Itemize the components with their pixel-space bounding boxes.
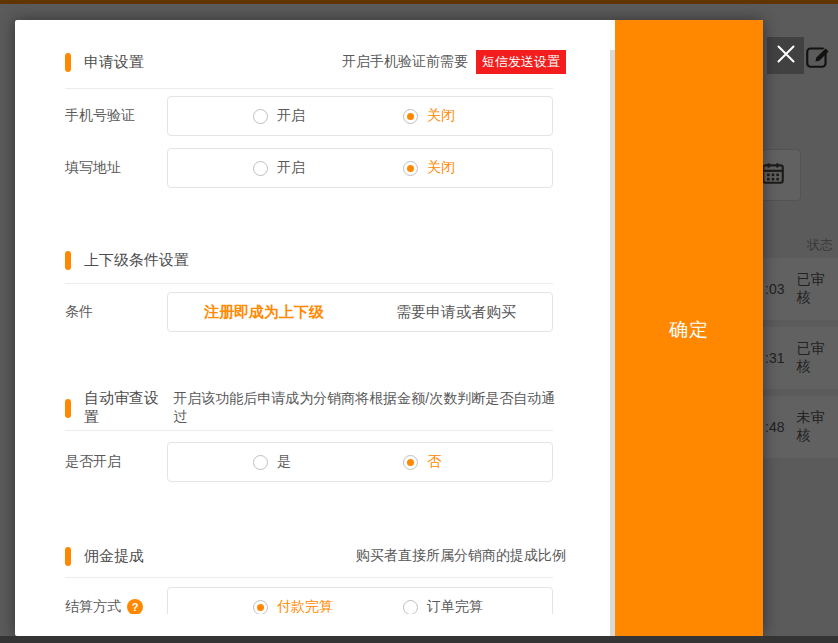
radio-circle xyxy=(253,455,268,470)
radio-circle xyxy=(253,161,268,176)
row-fill-address: 填写地址 开启 关闭 xyxy=(65,148,553,188)
section-title: 上下级条件设置 xyxy=(84,251,189,270)
modal-body: 申请设置 开启手机验证前需要 短信发送设置 手机号验证 开启 关闭 xyxy=(15,20,610,614)
section-header-hierarchy-condition: 上下级条件设置 xyxy=(65,250,566,270)
row-auto-review-enabled: 是否开启 是 否 xyxy=(65,442,553,482)
row-phone-verification: 手机号验证 开启 关闭 xyxy=(65,96,553,136)
radio-label: 开启 xyxy=(277,159,305,177)
close-icon xyxy=(775,43,797,69)
section-marker xyxy=(65,251,71,270)
radio-label: 否 xyxy=(427,453,441,471)
section-note: 购买者直接所属分销商的提成比例 xyxy=(356,547,566,565)
divider xyxy=(65,88,553,89)
radio-label: 关闭 xyxy=(427,107,455,125)
option-apply-or-purchase[interactable]: 需要申请或者购买 xyxy=(360,293,552,331)
radio-circle xyxy=(403,109,418,124)
sms-settings-badge[interactable]: 短信发送设置 xyxy=(476,50,566,74)
row-label: 填写地址 xyxy=(65,159,167,177)
radio-circle xyxy=(403,455,418,470)
divider xyxy=(65,430,553,431)
radio-option-no[interactable]: 否 xyxy=(403,443,441,481)
row-label: 条件 xyxy=(65,303,167,321)
radio-label: 关闭 xyxy=(427,159,455,177)
radio-label: 开启 xyxy=(277,107,305,125)
settings-modal: 申请设置 开启手机验证前需要 短信发送设置 手机号验证 开启 关闭 xyxy=(15,20,763,636)
row-label: 手机号验证 xyxy=(65,107,167,125)
option-group: 开启 关闭 xyxy=(167,96,553,136)
section-header-apply-settings: 申请设置 开启手机验证前需要 短信发送设置 xyxy=(65,52,566,72)
option-group: 注册即成为上下级 需要申请或者购买 xyxy=(167,292,553,332)
confirm-button[interactable]: 确定 xyxy=(615,317,763,343)
radio-option-settle-on-payment[interactable]: 付款完算 xyxy=(253,588,333,614)
radio-option-settle-on-order[interactable]: 订单完算 xyxy=(403,588,483,614)
section-marker xyxy=(65,53,71,72)
radio-option-on[interactable]: 开启 xyxy=(253,97,305,135)
close-button[interactable] xyxy=(767,37,804,74)
radio-circle xyxy=(403,600,418,615)
section-title: 申请设置 xyxy=(84,53,144,72)
option-group: 开启 关闭 xyxy=(167,148,553,188)
radio-circle xyxy=(253,600,268,615)
section-marker xyxy=(65,399,71,418)
section-title: 佣金提成 xyxy=(84,547,144,566)
row-label: 是否开启 xyxy=(65,453,167,471)
radio-option-off[interactable]: 关闭 xyxy=(403,149,455,187)
page-bottom-bar xyxy=(0,636,838,643)
radio-option-off[interactable]: 关闭 xyxy=(403,97,455,135)
divider xyxy=(65,577,553,578)
radio-circle xyxy=(403,161,418,176)
option-group: 是 否 xyxy=(167,442,553,482)
row-condition: 条件 注册即成为上下级 需要申请或者购买 xyxy=(65,292,553,332)
radio-circle xyxy=(253,109,268,124)
radio-option-on[interactable]: 开启 xyxy=(253,149,305,187)
divider xyxy=(65,283,553,284)
section-header-auto-review: 自动审查设置 开启该功能后申请成为分销商将根据金额/次数判断是否自动通过 xyxy=(65,398,566,418)
screen: 状态 :03 已审核 :31 已审核 :48 未审核 申请设置 开启手机验证前需… xyxy=(0,0,838,643)
help-icon[interactable]: ? xyxy=(127,599,143,614)
confirm-panel[interactable]: 确定 xyxy=(615,20,763,636)
option-register-becomes-sub[interactable]: 注册即成为上下级 xyxy=(168,293,360,331)
radio-label: 订单完算 xyxy=(427,598,483,614)
radio-label: 付款完算 xyxy=(277,598,333,614)
radio-label: 是 xyxy=(277,453,291,471)
section-note: 开启该功能后申请成为分销商将根据金额/次数判断是否自动通过 xyxy=(173,390,566,426)
row-label-text: 结算方式 xyxy=(65,598,121,614)
radio-option-yes[interactable]: 是 xyxy=(253,443,291,481)
section-note: 开启手机验证前需要 xyxy=(342,53,468,71)
section-marker xyxy=(65,547,71,566)
row-settlement-method: 结算方式 ? 付款完算 订单完算 xyxy=(65,587,553,614)
option-group: 付款完算 订单完算 xyxy=(167,587,553,614)
row-label: 结算方式 ? xyxy=(65,598,167,614)
section-title: 自动审查设置 xyxy=(84,389,173,427)
section-header-commission: 佣金提成 购买者直接所属分销商的提成比例 xyxy=(65,546,566,566)
